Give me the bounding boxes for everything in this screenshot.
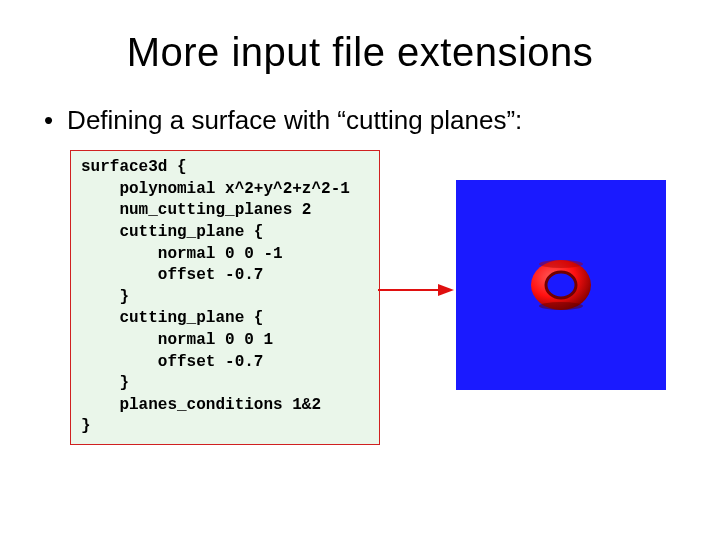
content-row: surface3d { polynomial x^2+y^2+z^2-1 num…: [70, 150, 680, 445]
arrow-icon: [376, 150, 456, 430]
svg-marker-1: [438, 284, 454, 296]
ring-icon: [526, 257, 596, 313]
bullet-item: • Defining a surface with “cutting plane…: [40, 105, 680, 136]
page-title: More input file extensions: [40, 30, 680, 75]
svg-point-5: [539, 260, 583, 268]
svg-point-6: [539, 302, 583, 310]
slide: More input file extensions • Defining a …: [0, 0, 720, 540]
bullet-text: Defining a surface with “cutting planes”…: [67, 105, 522, 136]
bullet-dot-icon: •: [44, 105, 53, 136]
render-output: [456, 180, 666, 390]
code-block: surface3d { polynomial x^2+y^2+z^2-1 num…: [70, 150, 380, 445]
